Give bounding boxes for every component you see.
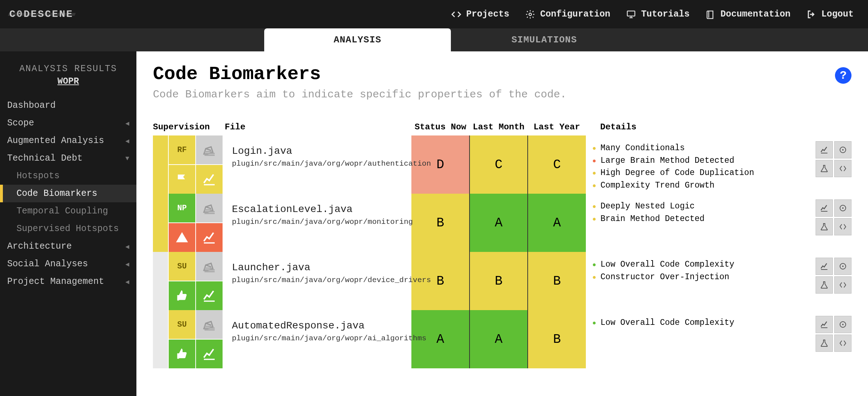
- col-status-now: Status Now: [411, 119, 470, 135]
- chevron-icon: ◀: [125, 278, 129, 286]
- detail-item: Brain Method Detected: [592, 213, 801, 225]
- trend-icon[interactable]: [196, 281, 223, 310]
- grade-year: A: [528, 194, 586, 252]
- file-name[interactable]: EscalationLevel.java: [232, 204, 411, 215]
- sidebar-title: ANALYSIS RESULTS: [0, 64, 136, 74]
- sidebar-sub-supervised-hotspots[interactable]: Supervised Hotspots: [0, 220, 136, 238]
- sidebar-sub-hotspots[interactable]: Hotspots: [0, 167, 136, 185]
- action-code-icon[interactable]: [834, 335, 851, 352]
- action-code-icon[interactable]: [834, 276, 851, 294]
- action-target-icon[interactable]: [834, 199, 851, 217]
- sidebar-item-augmented-analysis[interactable]: Augmented Analysis◀: [0, 132, 136, 149]
- edit-icon[interactable]: [196, 252, 223, 281]
- row-stripe: [153, 194, 168, 252]
- sidebar-project-link[interactable]: WOPR: [0, 76, 136, 87]
- biomarkers-table: Supervision File Status Now Last Month L…: [153, 119, 851, 368]
- action-chart-icon[interactable]: [816, 316, 833, 333]
- thumb-icon[interactable]: [169, 340, 195, 368]
- sidebar: ANALYSIS RESULTS WOPR DashboardScope◀Aug…: [0, 51, 136, 396]
- chevron-icon: ◀: [125, 119, 129, 127]
- action-flask-icon[interactable]: [816, 335, 833, 352]
- col-supervision: Supervision: [153, 119, 225, 135]
- topnav-projects[interactable]: Projects: [451, 9, 509, 19]
- supervision-badge[interactable]: SU: [169, 310, 195, 339]
- table-row: NPEscalationLevel.javaplugin/src/main/ja…: [153, 194, 851, 252]
- topnav-tutorials[interactable]: Tutorials: [626, 9, 690, 19]
- file-name[interactable]: Login.java: [232, 146, 411, 157]
- sidebar-item-technical-debt[interactable]: Technical Debt▼: [0, 149, 136, 167]
- action-chart-icon[interactable]: [816, 199, 833, 217]
- trend-icon[interactable]: [196, 340, 223, 368]
- sidebar-item-project-management[interactable]: Project Management◀: [0, 273, 136, 290]
- file-name[interactable]: AutomatedResponse.java: [232, 320, 411, 331]
- grade-month: B: [470, 252, 528, 310]
- tab-simulations[interactable]: SIMULATIONS: [451, 28, 638, 51]
- action-chart-icon[interactable]: [816, 141, 833, 158]
- topbar: C0DESCENE ProjectsConfigurationTutorials…: [0, 0, 868, 28]
- chevron-icon: ◀: [125, 260, 129, 268]
- trend-icon[interactable]: [196, 223, 223, 252]
- detail-item: Constructor Over-Injection: [592, 271, 801, 284]
- col-last-year: Last Year: [528, 119, 586, 135]
- logo: C0DESCENE: [9, 9, 73, 20]
- detail-item: Low Overall Code Complexity: [592, 317, 801, 329]
- file-path: plugin/src/main/java/org/wopr/ai_algorit…: [232, 334, 411, 342]
- grade-now: B: [411, 194, 470, 252]
- details-cell: Low Overall Code Complexity: [586, 310, 801, 368]
- chevron-icon: ◀: [125, 243, 129, 250]
- action-target-icon[interactable]: [834, 258, 851, 275]
- topnav-logout[interactable]: Logout: [806, 9, 854, 19]
- sidebar-sub-temporal-coupling[interactable]: Temporal Coupling: [0, 202, 136, 220]
- action-code-icon[interactable]: [834, 218, 851, 235]
- action-code-icon[interactable]: [834, 160, 851, 177]
- help-button[interactable]: ?: [835, 67, 851, 84]
- svg-point-3: [842, 149, 844, 151]
- svg-point-0: [529, 13, 531, 15]
- page-title: Code Biomarkers: [153, 64, 851, 85]
- action-target-icon[interactable]: [834, 316, 851, 333]
- action-flask-icon[interactable]: [816, 218, 833, 235]
- detail-item: Deeply Nested Logic: [592, 200, 801, 213]
- table-row: SUAutomatedResponse.javaplugin/src/main/…: [153, 310, 851, 368]
- chevron-icon: ◀: [125, 137, 129, 145]
- sidebar-sub-code-biomarkers[interactable]: Code Biomarkers: [0, 185, 136, 202]
- supervision-badge[interactable]: SU: [169, 252, 195, 281]
- svg-point-7: [842, 266, 844, 267]
- chevron-icon: ▼: [125, 155, 129, 162]
- edit-icon[interactable]: [196, 135, 223, 164]
- col-file: File: [225, 119, 411, 135]
- grade-year: C: [528, 135, 586, 194]
- flag-icon[interactable]: [169, 165, 195, 194]
- topnav-configuration[interactable]: Configuration: [525, 9, 610, 19]
- content: Code Biomarkers Code Biomarkers aim to i…: [136, 51, 868, 396]
- action-target-icon[interactable]: [834, 141, 851, 158]
- file-path: plugin/src/main/java/org/wopr/authentica…: [232, 160, 411, 168]
- action-chart-icon[interactable]: [816, 258, 833, 275]
- row-stripe: [153, 310, 168, 368]
- sidebar-item-dashboard[interactable]: Dashboard: [0, 97, 136, 114]
- tab-analysis[interactable]: ANALYSIS: [264, 28, 451, 51]
- trend-icon[interactable]: [196, 165, 223, 194]
- sidebar-item-social-analyses[interactable]: Social Analyses◀: [0, 255, 136, 273]
- grade-year: B: [528, 252, 586, 310]
- sidebar-item-architecture[interactable]: Architecture◀: [0, 238, 136, 255]
- svg-point-5: [842, 207, 844, 209]
- row-stripe: [153, 135, 168, 194]
- table-row: SULauncher.javaplugin/src/main/java/org/…: [153, 252, 851, 310]
- col-last-month: Last Month: [470, 119, 528, 135]
- topnav-documentation[interactable]: Documentation: [705, 9, 790, 19]
- action-flask-icon[interactable]: [816, 160, 833, 177]
- supervision-badge[interactable]: NP: [169, 194, 195, 222]
- topnav: ProjectsConfigurationTutorialsDocumentat…: [451, 9, 854, 19]
- file-name[interactable]: Launcher.java: [232, 262, 411, 273]
- sidebar-item-scope[interactable]: Scope◀: [0, 114, 136, 132]
- action-flask-icon[interactable]: [816, 276, 833, 294]
- svg-point-9: [842, 324, 844, 325]
- detail-item: Low Overall Code Complexity: [592, 258, 801, 271]
- svg-rect-1: [627, 11, 635, 16]
- edit-icon[interactable]: [196, 310, 223, 339]
- alert-icon[interactable]: [169, 223, 195, 252]
- supervision-badge[interactable]: RF: [169, 135, 195, 164]
- edit-icon[interactable]: [196, 194, 223, 222]
- thumb-icon[interactable]: [169, 281, 195, 310]
